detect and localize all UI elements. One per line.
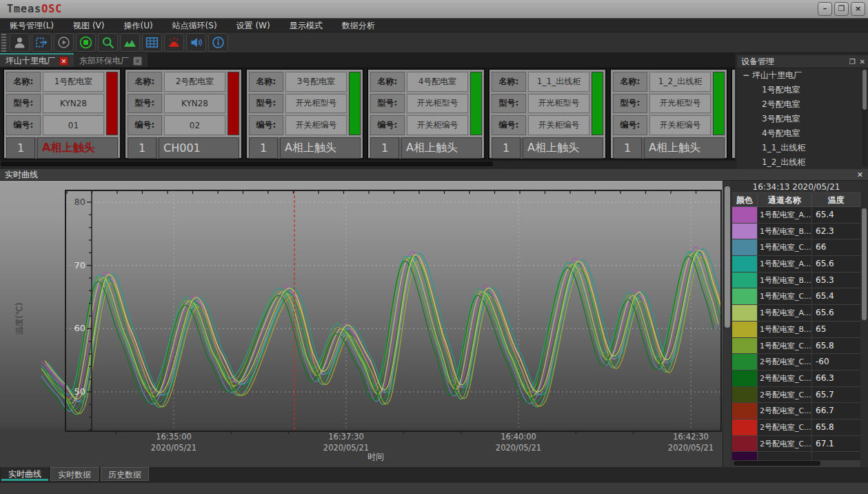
card-channel-name: A相上触头: [644, 137, 725, 159]
toolbar-user-button[interactable]: [10, 33, 30, 52]
color-swatch: [732, 354, 758, 370]
table-row[interactable]: 2号配电室_C... 66.7: [732, 403, 860, 419]
temperature-cell: 65.4: [812, 288, 860, 304]
device-card-3[interactable]: 名称: 4号配电室 型号: 开光柜型号 编号: 开关柜编号 1 A相上触头: [367, 68, 485, 159]
table-row[interactable]: 1号配电室_B... 65: [732, 322, 860, 338]
restore-button[interactable]: ❐: [834, 2, 849, 16]
speaker-icon: [189, 35, 203, 50]
column-header-temperature[interactable]: 温度: [812, 193, 860, 206]
scrollbar-thumb[interactable]: [725, 186, 730, 328]
table-header-row: 颜色 通道名称 温度: [732, 193, 860, 207]
card-number-value: 开关柜编号: [649, 115, 711, 135]
cards-horizontal-scrollbar[interactable]: [0, 161, 735, 167]
table-row[interactable]: 1号配电室_A... 65.6: [732, 256, 860, 273]
float-panel-icon[interactable]: ❐: [849, 55, 856, 68]
menu-item-5[interactable]: 显示模式: [280, 19, 332, 32]
minimize-button[interactable]: –: [818, 2, 832, 16]
menu-item-2[interactable]: 操作(U): [114, 19, 162, 32]
table-row[interactable]: 1号配电室_C... 65.4: [732, 288, 860, 305]
close-panel-icon[interactable]: ✕: [860, 55, 865, 68]
menu-item-1[interactable]: 视图 (V): [63, 19, 114, 32]
bottom-tab-0[interactable]: 实时曲线: [1, 467, 48, 481]
temperature-chart[interactable]: 8070605016:35:002020/05/2116:37:302020/0…: [0, 181, 723, 467]
table-row[interactable]: 1号配电室_B... 62.3: [732, 224, 860, 240]
tree-item-5[interactable]: 1_2_出线柜: [737, 155, 868, 169]
toolbar-grip[interactable]: [1, 34, 6, 52]
scrollbar-thumb[interactable]: [1, 161, 493, 166]
device-card-1[interactable]: 名称: 2号配电室 型号: KYN28 编号: 02 1 CH001: [124, 68, 243, 159]
bottom-tab-2[interactable]: 历史数据: [101, 467, 149, 481]
document-tab-bar: 坪山十里电厂 ✕ 东部环保电厂 ✕: [0, 53, 735, 67]
y-tick-label: 80: [74, 197, 85, 207]
tree-item-1[interactable]: 2号配电室: [737, 97, 868, 112]
card-number-label: 编号:: [128, 115, 162, 135]
toolbar-waveform-button[interactable]: [120, 33, 140, 52]
bottom-tab-1[interactable]: 实时数据: [50, 467, 99, 481]
menu-item-6[interactable]: 数据分析: [332, 19, 385, 32]
toolbar-grid-button[interactable]: [142, 33, 162, 52]
device-card-4[interactable]: 名称: 1_1_出线柜 型号: 开光柜型号 编号: 开关柜编号 1 A相上触头: [488, 68, 607, 159]
channel-cell: 1号配电室_C...: [758, 338, 812, 354]
menu-item-4[interactable]: 设置 (W): [227, 19, 280, 32]
column-header-color[interactable]: 颜色: [732, 193, 758, 206]
app-window: TmeasOSC – ❐ × 账号管理(L)视图 (V)操作(U)站点循环(S)…: [0, 0, 868, 494]
table-row[interactable]: 1号配电室_C... 65.8: [732, 338, 860, 355]
table-row[interactable]: 2号配电室_C... 65.8: [732, 419, 860, 436]
table-horizontal-scrollbar[interactable]: [732, 460, 860, 467]
temperature-cell: 66.7: [812, 403, 860, 419]
tree-item-3[interactable]: 4号配电室: [737, 126, 868, 141]
table-row[interactable]: 2号配电室_C... 66.3: [732, 370, 860, 387]
table-row[interactable]: 2号配电室_C... 67.1: [732, 436, 860, 453]
tree-root[interactable]: −坪山十里电厂: [737, 68, 868, 83]
color-swatch: [732, 338, 758, 354]
toolbar-logout-button[interactable]: [32, 33, 52, 52]
collapse-icon[interactable]: −: [743, 68, 749, 83]
toolbar-info-button[interactable]: [208, 33, 228, 52]
close-button[interactable]: ×: [851, 2, 865, 16]
title-bar: TmeasOSC – ❐ ×: [0, 0, 868, 19]
channel-cell: 2号配电室_C...: [758, 354, 812, 370]
channel-cell: 1号配电室_C...: [758, 239, 812, 255]
toolbar-speaker-button[interactable]: [186, 33, 206, 52]
temperature-cell: 65.6: [812, 256, 860, 272]
tree-item-4[interactable]: 1_1_出线柜: [737, 141, 868, 155]
menu-item-0[interactable]: 账号管理(L): [0, 19, 63, 32]
scrollbar-thumb[interactable]: [734, 461, 820, 466]
doc-tab-1[interactable]: 东部环保电厂 ✕: [74, 53, 148, 67]
device-card-2[interactable]: 名称: 3号配电室 型号: 开光柜型号 编号: 开关柜编号 1 A相上触头: [245, 68, 364, 159]
device-card-0[interactable]: 名称: 1号配电室 型号: KYN28 编号: 01 1 A相上触头: [3, 68, 121, 159]
table-vertical-scrollbar[interactable]: [860, 181, 868, 467]
card-number-value: 开关柜编号: [285, 115, 347, 135]
close-curve-panel-icon[interactable]: ✕: [857, 169, 863, 181]
scrollbar-thumb[interactable]: [862, 70, 867, 110]
toolbar-record-button[interactable]: [76, 33, 96, 52]
table-row[interactable]: 1号配电室_A... 65.4: [732, 207, 860, 224]
toolbar-alarm-button[interactable]: [164, 33, 184, 52]
tree-item-2[interactable]: 3号配电室: [737, 112, 868, 126]
device-card-strip: 名称: 1号配电室 型号: KYN28 编号: 01 1 A相上触头 名称: 2…: [0, 67, 735, 161]
card-model-label: 型号:: [6, 94, 41, 114]
tree-item-0[interactable]: 1号配电室: [737, 83, 868, 97]
card-name-label: 名称:: [492, 72, 526, 92]
tab-close-icon[interactable]: ✕: [59, 57, 68, 66]
table-row[interactable]: 1号配电室_C... 66: [732, 239, 860, 256]
temperature-cell: 65.6: [812, 305, 860, 321]
y-tick-label: 50: [74, 386, 85, 397]
toolbar-play-button[interactable]: [54, 33, 74, 52]
table-row[interactable]: 2号配电室_C... 65.7: [732, 387, 860, 404]
toolbar-search-button[interactable]: [98, 33, 118, 52]
scrollbar-thumb[interactable]: [862, 208, 867, 320]
table-row[interactable]: 2号配电室_C... -60: [732, 354, 860, 370]
tab-close-icon[interactable]: ✕: [133, 57, 142, 66]
chart-vertical-scrollbar[interactable]: [723, 181, 731, 467]
device-card-5[interactable]: 名称: 1_2_出线柜 型号: 开光柜型号 编号: 开关柜编号 1 A相上触头: [609, 68, 728, 159]
table-row[interactable]: 1号配电室_B... 65.3: [732, 273, 860, 289]
doc-tab-0[interactable]: 坪山十里电厂 ✕: [0, 53, 74, 67]
card-model-label: 型号:: [370, 94, 405, 114]
card-model-value: 开光柜型号: [649, 94, 711, 114]
table-row[interactable]: 1号配电室_A... 65.6: [732, 305, 860, 322]
tree-scrollbar[interactable]: [862, 70, 867, 166]
column-header-channel[interactable]: 通道名称: [758, 193, 812, 206]
card-number-value: 02: [164, 115, 225, 135]
menu-item-3[interactable]: 站点循环(S): [163, 19, 227, 32]
